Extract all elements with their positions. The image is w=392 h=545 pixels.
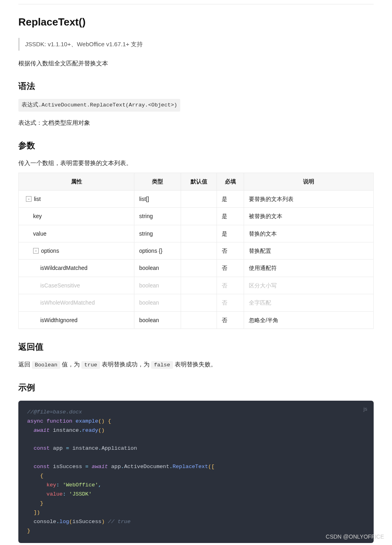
cell-desc: 被替换的文本 — [244, 208, 374, 225]
cell-required: 否 — [217, 294, 244, 311]
kw-const: const — [33, 445, 50, 451]
description: 根据传入数组全文匹配并替换文本 — [18, 59, 374, 68]
id-issuccess: isSuccess — [72, 519, 101, 525]
str-weboffice: 'WebOffice' — [63, 482, 98, 488]
return-boolean: Boolean — [32, 361, 60, 369]
id-app: app — [111, 464, 121, 470]
cell-type: boolean — [134, 311, 181, 329]
version-note: JSSDK: v1.1.10+、WebOffice v1.67.1+ 支持 — [18, 38, 374, 51]
prop-name: list — [34, 196, 41, 202]
params-heading: 参数 — [18, 139, 374, 152]
cell-type: string — [134, 208, 181, 225]
th-desc: 说明 — [244, 173, 374, 190]
cell-prop: -options — [19, 242, 134, 259]
code-comment: // true — [108, 519, 131, 525]
prop-name: options — [41, 248, 59, 254]
tree-toggle-icon[interactable]: - — [26, 196, 32, 202]
cell-desc: 忽略全/半角 — [244, 311, 374, 329]
watermark: CSDN @ONLYOFFICE — [326, 532, 384, 541]
cell-type: string — [134, 225, 181, 242]
table-row: isCaseSensitiveboolean否区分大小写 — [19, 277, 374, 294]
kw-function: function — [47, 418, 73, 424]
return-text: 表明替换成功，为 — [100, 361, 151, 368]
cell-prop: -list — [19, 190, 134, 207]
cell-type: options {} — [134, 242, 181, 259]
table-row: -optionsoptions {}否替换配置 — [19, 242, 374, 259]
cell-required: 否 — [217, 242, 244, 259]
table-row: keystring是被替换的文本 — [19, 208, 374, 225]
example-heading: 示例 — [18, 381, 374, 394]
cell-default — [181, 294, 217, 311]
prop-name: isWildcardMatched — [40, 265, 87, 271]
cell-default — [181, 277, 217, 294]
cell-prop: isWildcardMatched — [19, 260, 134, 277]
table-row: valuestring是替换的文本 — [19, 225, 374, 242]
id-app: app — [53, 445, 63, 451]
cell-required: 否 — [217, 311, 244, 329]
id-issuccess: isSuccess — [53, 464, 82, 470]
cell-default — [181, 225, 217, 242]
id-console: console — [33, 519, 56, 525]
table-header-row: 属性 类型 默认值 必填 说明 — [19, 173, 374, 190]
cell-desc: 使用通配符 — [244, 260, 374, 277]
code-lang: js — [364, 405, 367, 413]
id-instance: instance — [72, 445, 98, 451]
cell-prop: key — [19, 208, 134, 225]
str-jssdk: 'JSSDK' — [69, 491, 92, 497]
cell-type: boolean — [134, 277, 181, 294]
return-text: 表明替换失败。 — [173, 361, 217, 368]
prop-name: key — [33, 213, 42, 219]
id-instance: instance — [53, 427, 79, 433]
cell-desc: 替换的文本 — [244, 225, 374, 242]
return-text: 返回 — [18, 361, 32, 368]
params-intro: 传入一个数组，表明需要替换的文本列表。 — [18, 158, 374, 168]
return-description: 返回 Boolean 值，为 true 表明替换成功，为 false 表明替换失… — [18, 360, 374, 370]
top-divider — [18, 4, 374, 4]
cell-default — [181, 242, 217, 259]
m-log: log — [59, 519, 69, 525]
cell-required: 否 — [217, 277, 244, 294]
m-activedoc: ActiveDocument — [124, 464, 169, 470]
page-title: ReplaceText() — [18, 14, 374, 31]
th-type: 类型 — [134, 173, 181, 190]
prop-name: isWidthIgnored — [40, 317, 77, 323]
m-ready: ready — [82, 427, 98, 433]
cell-required: 否 — [217, 260, 244, 277]
syntax-note: 表达式：文档类型应用对象 — [18, 118, 374, 128]
prop-value: value — [47, 491, 63, 497]
cell-desc: 全字匹配 — [244, 294, 374, 311]
return-true: true — [81, 361, 100, 369]
cell-desc: 替换配置 — [244, 242, 374, 259]
cell-type: boolean — [134, 294, 181, 311]
prop-key: key — [47, 482, 56, 488]
kw-async: async — [27, 418, 43, 424]
code-block: js//@file=base.docx async function examp… — [18, 401, 374, 543]
params-table: 属性 类型 默认值 必填 说明 -listlist[]是要替换的文本列表keys… — [18, 173, 374, 329]
cell-required: 是 — [217, 190, 244, 207]
table-row: isWildcardMatchedboolean否使用通配符 — [19, 260, 374, 277]
cell-prop: value — [19, 225, 134, 242]
cell-default — [181, 260, 217, 277]
th-prop: 属性 — [19, 173, 134, 190]
m-application: Application — [101, 445, 137, 451]
cell-default — [181, 208, 217, 225]
cell-default — [181, 311, 217, 329]
table-row: isWholeWordMatchedboolean否全字匹配 — [19, 294, 374, 311]
cell-prop: isWidthIgnored — [19, 311, 134, 329]
cell-type: list[] — [134, 190, 181, 207]
syntax-heading: 语法 — [18, 79, 374, 93]
kw-const: const — [33, 464, 50, 470]
th-required: 必填 — [217, 173, 244, 190]
kw-await: await — [33, 427, 50, 433]
return-text: 值，为 — [60, 361, 81, 368]
cell-desc: 要替换的文本列表 — [244, 190, 374, 207]
table-row: isWidthIgnoredboolean否忽略全/半角 — [19, 311, 374, 329]
return-heading: 返回值 — [18, 340, 374, 354]
cell-required: 是 — [217, 208, 244, 225]
syntax-expression: 表达式.ActiveDocument.ReplaceText(Array.<Ob… — [18, 99, 180, 112]
cell-type: boolean — [134, 260, 181, 277]
cell-prop: isCaseSensitive — [19, 277, 134, 294]
prop-name: isCaseSensitive — [40, 282, 80, 289]
tree-toggle-icon[interactable]: - — [33, 248, 39, 254]
kw-await: await — [92, 464, 108, 470]
